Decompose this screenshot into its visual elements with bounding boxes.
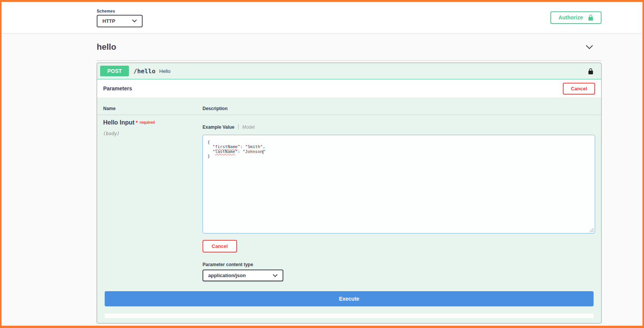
operation-path: /hello xyxy=(134,68,156,75)
chevron-down-icon xyxy=(132,19,137,22)
schemes-group: Schemes HTTP xyxy=(97,8,143,27)
parameter-name-cell: Hello Input*required (body) xyxy=(103,115,203,281)
body-param-textarea[interactable]: { "firstName": "Smith", "lastName": "Joh… xyxy=(203,135,595,233)
try-it-out-cancel-button[interactable]: Cancel xyxy=(563,83,595,95)
tab-separator xyxy=(238,124,239,130)
json-line: "lastName": "Johnson" xyxy=(207,150,590,154)
parameters-title: Parameters xyxy=(103,85,132,91)
execute-section: Execute xyxy=(97,281,601,318)
body-cancel-button[interactable]: Cancel xyxy=(203,240,237,252)
parameters-header: Parameters Cancel xyxy=(97,79,601,98)
schemes-label: Schemes xyxy=(97,9,143,13)
scheme-select[interactable]: HTTP xyxy=(97,15,143,27)
json-line: } xyxy=(207,154,590,159)
chevron-down-icon xyxy=(273,274,278,277)
parameters-table-head: Name Description xyxy=(97,98,601,115)
tag-title: hello xyxy=(97,42,116,52)
execute-button[interactable]: Execute xyxy=(105,291,594,306)
chevron-down-icon[interactable] xyxy=(586,45,593,49)
textarea-resize-handle[interactable] xyxy=(589,228,594,232)
opblock-post-hello: POST /hello Hello Parameters Cancel Name… xyxy=(97,63,602,323)
misspelled-key: firstName xyxy=(215,144,238,149)
lock-closed-icon xyxy=(588,14,594,21)
scheme-selected-value: HTTP xyxy=(102,18,115,24)
tab-model[interactable]: Model xyxy=(242,125,255,130)
description-column-header: Description xyxy=(203,106,228,111)
content-type-select[interactable]: application/json xyxy=(203,270,283,281)
lock-closed-icon xyxy=(588,68,594,75)
parameter-description-cell: Example Value Model { "firstName": "Smit… xyxy=(203,115,595,281)
content-type-selected-value: application/json xyxy=(208,273,246,278)
authorize-button[interactable]: Authorize xyxy=(550,11,602,24)
operation-header[interactable]: POST /hello Hello xyxy=(97,63,601,79)
tag-section-header[interactable]: hello xyxy=(97,33,602,61)
parameter-name: Hello Input xyxy=(103,119,135,126)
operation-summary: Hello xyxy=(159,68,171,74)
parameter-content-type-label: Parameter content type xyxy=(203,262,595,267)
tab-example-value[interactable]: Example Value xyxy=(203,125,234,130)
page-frame: Schemes HTTP Authorize hello xyxy=(0,0,644,328)
authorize-label: Authorize xyxy=(558,14,583,20)
operation-lock-button[interactable] xyxy=(588,68,594,75)
name-column-header: Name xyxy=(103,106,203,111)
required-label: required xyxy=(140,120,155,125)
responses-section-stub xyxy=(105,314,594,318)
parameter-location: (body) xyxy=(103,131,203,136)
model-example-tabs: Example Value Model xyxy=(203,124,595,130)
required-star: * xyxy=(136,120,138,126)
misspelled-key: lastName xyxy=(215,149,235,154)
topbar: Schemes HTTP Authorize xyxy=(2,2,642,33)
method-badge: POST xyxy=(100,66,129,76)
parameter-row: Hello Input*required (body) Example Valu… xyxy=(97,115,601,281)
